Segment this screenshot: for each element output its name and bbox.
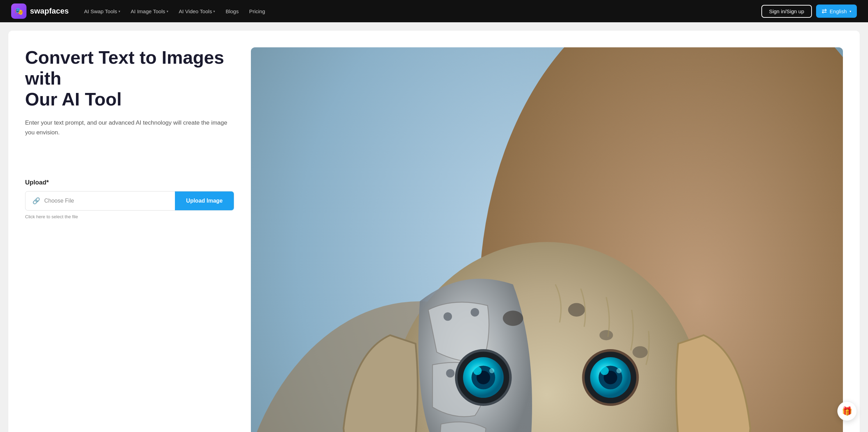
nav-item-ai-video-tools[interactable]: AI Video Tools ▾: [175, 6, 219, 17]
chevron-down-icon: ▾: [850, 9, 851, 13]
page-description: Enter your text prompt, and our advanced…: [25, 118, 234, 137]
notification-bubble[interactable]: 🎁: [837, 401, 857, 421]
nav-label-ai-video-tools: AI Video Tools: [179, 8, 212, 14]
nav-label-ai-swap-tools: AI Swap Tools: [84, 8, 117, 14]
svg-point-4: [444, 312, 452, 321]
nav-item-pricing[interactable]: Pricing: [245, 6, 269, 17]
hero-svg: [251, 47, 843, 432]
left-panel: Convert Text to Images with Our AI Tool …: [25, 47, 234, 219]
chevron-down-icon: ▾: [167, 9, 168, 13]
nav-item-blogs[interactable]: Blogs: [221, 6, 243, 17]
main-content: Convert Text to Images with Our AI Tool …: [8, 31, 860, 432]
language-button[interactable]: ⇄ English ▾: [816, 5, 857, 18]
nav-label-ai-image-tools: AI Image Tools: [131, 8, 165, 14]
language-label: English: [830, 8, 847, 14]
link-icon: 🔗: [32, 197, 40, 205]
chevron-down-icon: ▾: [118, 9, 120, 13]
svg-point-6: [446, 369, 454, 377]
nav-label-blogs: Blogs: [225, 8, 239, 14]
right-panel: [251, 47, 843, 432]
page-title: Convert Text to Images with Our AI Tool: [25, 47, 234, 110]
upload-image-button[interactable]: Upload Image: [175, 191, 234, 210]
translate-icon: ⇄: [822, 7, 827, 15]
svg-point-12: [473, 367, 482, 375]
hero-image: [251, 47, 843, 432]
nav-item-ai-image-tools[interactable]: AI Image Tools ▾: [126, 6, 172, 17]
nav-label-pricing: Pricing: [249, 8, 265, 14]
navbar-right: Sign in/Sign up ⇄ English ▾: [761, 5, 857, 18]
upload-label: Upload*: [25, 179, 234, 186]
svg-point-18: [600, 367, 609, 375]
svg-point-29: [503, 311, 523, 326]
logo-icon: 🎭: [11, 3, 26, 19]
svg-point-30: [568, 303, 585, 316]
click-hint[interactable]: Click here to select the file: [25, 214, 234, 219]
logo-link[interactable]: 🎭 swapfaces: [11, 3, 69, 19]
svg-point-32: [632, 346, 648, 358]
logo-text: swapfaces: [30, 7, 69, 16]
choose-file-text: Choose File: [44, 198, 74, 204]
svg-point-19: [616, 368, 622, 374]
nav-item-ai-swap-tools[interactable]: AI Swap Tools ▾: [80, 6, 124, 17]
gift-icon: 🎁: [842, 406, 852, 416]
choose-file-area[interactable]: 🔗 Choose File: [25, 191, 175, 210]
svg-point-31: [599, 330, 613, 340]
signin-button[interactable]: Sign in/Sign up: [761, 5, 812, 18]
navbar: 🎭 swapfaces AI Swap Tools ▾ AI Image Too…: [0, 0, 868, 22]
svg-point-13: [489, 368, 494, 374]
chevron-down-icon: ▾: [213, 9, 215, 13]
svg-point-5: [471, 308, 479, 316]
navbar-nav: AI Swap Tools ▾ AI Image Tools ▾ AI Vide…: [80, 6, 750, 17]
upload-row: 🔗 Choose File Upload Image: [25, 191, 234, 211]
